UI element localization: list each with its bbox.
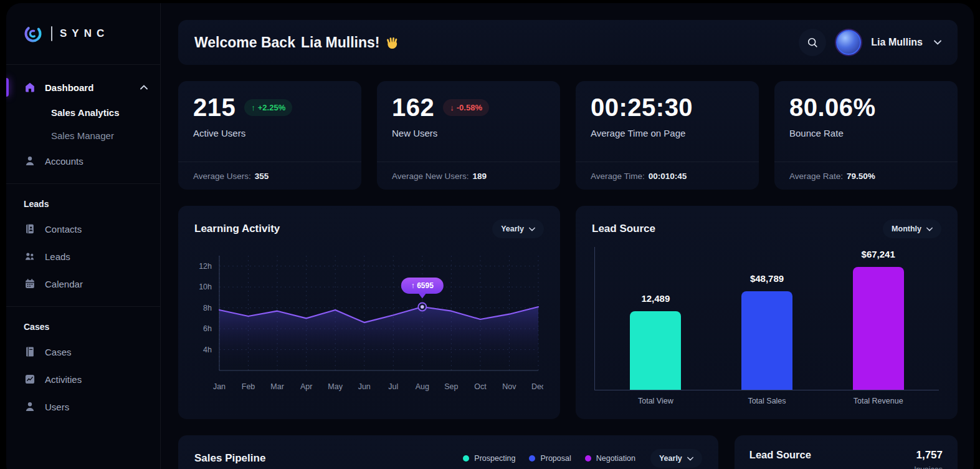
sidebar-item-accounts[interactable]: Accounts bbox=[6, 147, 160, 175]
learning-activity-card: Learning Activity Yearly 4h6h8h10h12hJan… bbox=[178, 206, 560, 419]
stat-card-avg-time: 00:25:30 Average Time on Page Average Ti… bbox=[576, 81, 759, 190]
logo-separator bbox=[51, 26, 52, 41]
legend-label: Negotiation bbox=[596, 454, 635, 463]
brand-header: SYNC bbox=[6, 3, 160, 65]
users-group-icon bbox=[24, 250, 36, 263]
sidebar-nav: Dashboard Sales Analytics Sales Manager … bbox=[6, 65, 160, 420]
learning-activity-chart: 4h6h8h10h12hJanFebMarAprMayJunJulAugSepO… bbox=[194, 247, 544, 405]
sidebar-item-label: Leads bbox=[45, 251, 70, 262]
stat-label: Active Users bbox=[193, 128, 346, 138]
contact-book-icon bbox=[24, 223, 36, 235]
sales-pipeline-card: Sales Pipeline Prospecting Proposal N bbox=[178, 435, 718, 469]
sidebar-item-label: Cases bbox=[45, 347, 72, 357]
lead-source-invoices-card: Lead Source 1,757 Invoices bbox=[735, 435, 958, 469]
bar-category-label: Total Sales bbox=[711, 397, 823, 405]
arrow-up-icon: ↑ bbox=[251, 103, 255, 112]
lead-source-bar-chart: 12,489$48,789$67,241 Total ViewTotal Sal… bbox=[592, 247, 941, 405]
sidebar-item-sales-manager[interactable]: Sales Manager bbox=[6, 124, 160, 147]
bar bbox=[630, 311, 681, 390]
legend-item-proposal: Proposal bbox=[529, 454, 571, 463]
binder-icon bbox=[24, 346, 36, 358]
sidebar-item-activities[interactable]: Activities bbox=[6, 365, 160, 393]
lead-source-card: Lead Source Monthly 12,489$48,789$67,241… bbox=[576, 206, 958, 419]
main-content: Welcome Back Lia Mullins! bbox=[161, 3, 974, 469]
sidebar-item-contacts[interactable]: Contacts bbox=[6, 215, 160, 243]
legend-dot bbox=[463, 455, 469, 462]
stat-card-new-users: 162 ↓ -0.58% New Users Average New Users… bbox=[377, 81, 560, 190]
delta-value: +2.25% bbox=[258, 103, 285, 112]
chart-tooltip: ↑ 6595 bbox=[401, 278, 444, 311]
range-dropdown-monthly[interactable]: Monthly bbox=[883, 220, 941, 238]
range-dropdown-yearly[interactable]: Yearly bbox=[492, 220, 544, 238]
chevron-down-icon[interactable] bbox=[934, 40, 941, 45]
sidebar-item-label: Activities bbox=[45, 374, 82, 385]
footer-label: Average Users: bbox=[193, 172, 251, 181]
svg-text:12h: 12h bbox=[199, 262, 212, 271]
svg-text:Oct: Oct bbox=[474, 382, 487, 391]
sidebar-item-label: Calendar bbox=[45, 279, 83, 289]
svg-text:Apr: Apr bbox=[300, 382, 312, 391]
svg-text:Jan: Jan bbox=[213, 382, 226, 391]
range-dropdown-yearly[interactable]: Yearly bbox=[650, 449, 702, 468]
brand-name: SYNC bbox=[60, 27, 109, 40]
stat-label: Bounce Rate bbox=[789, 128, 943, 138]
footer-value: 00:010:45 bbox=[649, 172, 687, 181]
calendar-icon bbox=[24, 278, 36, 290]
bar-value-label: $67,241 bbox=[862, 249, 895, 259]
card-title: Learning Activity bbox=[194, 223, 280, 235]
sync-logo bbox=[22, 23, 44, 44]
sidebar-item-users[interactable]: Users bbox=[6, 393, 160, 420]
learning-activity-line-chart: 4h6h8h10h12hJanFebMarAprMayJunJulAugSepO… bbox=[194, 247, 543, 400]
sidebar-item-cases[interactable]: Cases bbox=[6, 338, 160, 365]
home-icon bbox=[24, 81, 36, 94]
sidebar-item-leads[interactable]: Leads bbox=[6, 243, 160, 270]
svg-text:Feb: Feb bbox=[242, 382, 255, 391]
footer-value: 355 bbox=[255, 172, 269, 181]
svg-text:Mar: Mar bbox=[270, 382, 284, 391]
legend-label: Proposal bbox=[540, 454, 571, 463]
stats-row: 215 ↑ +2.25% Active Users Average Users:… bbox=[178, 81, 958, 190]
bar-plot: 12,489$48,789$67,241 bbox=[594, 247, 939, 390]
svg-text:Jun: Jun bbox=[358, 382, 371, 391]
activity-chart-icon bbox=[24, 373, 36, 385]
sidebar-item-dashboard[interactable]: Dashboard bbox=[6, 74, 160, 101]
stat-value: 162 bbox=[392, 94, 434, 122]
chevron-up-icon bbox=[140, 85, 148, 90]
legend-dot bbox=[529, 455, 535, 462]
sidebar-item-label: Contacts bbox=[45, 224, 82, 234]
svg-text:May: May bbox=[328, 382, 343, 391]
delta-value: -0.58% bbox=[457, 103, 482, 112]
range-label: Yearly bbox=[659, 454, 682, 463]
card-title: Sales Pipeline bbox=[194, 452, 265, 465]
sidebar-item-label: Dashboard bbox=[45, 82, 93, 93]
bar bbox=[741, 291, 792, 390]
search-button[interactable] bbox=[799, 29, 826, 56]
user-icon bbox=[24, 155, 36, 167]
stat-value: 215 bbox=[193, 94, 235, 122]
app-window: SYNC Dashboard Sales Analytics Sales Man… bbox=[6, 3, 974, 469]
pipeline-legend: Prospecting Proposal Negotiation bbox=[463, 454, 635, 463]
welcome-header: Welcome Back Lia Mullins! bbox=[178, 20, 958, 65]
legend-item-prospecting: Prospecting bbox=[463, 454, 515, 463]
sidebar-item-calendar[interactable]: Calendar bbox=[6, 270, 160, 297]
delta-badge-up: ↑ +2.25% bbox=[244, 99, 292, 116]
search-icon bbox=[806, 36, 819, 49]
section-label-leads: Leads bbox=[6, 184, 160, 215]
legend-dot bbox=[585, 455, 591, 462]
chevron-down-icon bbox=[926, 227, 933, 231]
stat-card-active-users: 215 ↑ +2.25% Active Users Average Users:… bbox=[178, 81, 361, 190]
bottom-row: Sales Pipeline Prospecting Proposal N bbox=[178, 435, 958, 469]
bar-column: 12,489 bbox=[600, 247, 711, 390]
svg-text:Jul: Jul bbox=[388, 382, 398, 391]
avatar[interactable] bbox=[836, 30, 861, 55]
stat-label: New Users bbox=[392, 128, 545, 138]
sidebar-item-sales-analytics[interactable]: Sales Analytics bbox=[6, 101, 160, 124]
footer-label: Average Rate: bbox=[789, 172, 843, 181]
stat-footer: Average New Users: 189 bbox=[377, 162, 560, 190]
bar-category-labels: Total ViewTotal SalesTotal Revenue bbox=[594, 397, 939, 405]
greeting-text: Welcome Back bbox=[194, 34, 295, 51]
section-label-cases: Cases bbox=[6, 307, 160, 338]
active-indicator bbox=[6, 78, 9, 97]
sidebar-item-label: Users bbox=[45, 402, 69, 412]
delta-badge-down: ↓ -0.58% bbox=[443, 99, 489, 116]
